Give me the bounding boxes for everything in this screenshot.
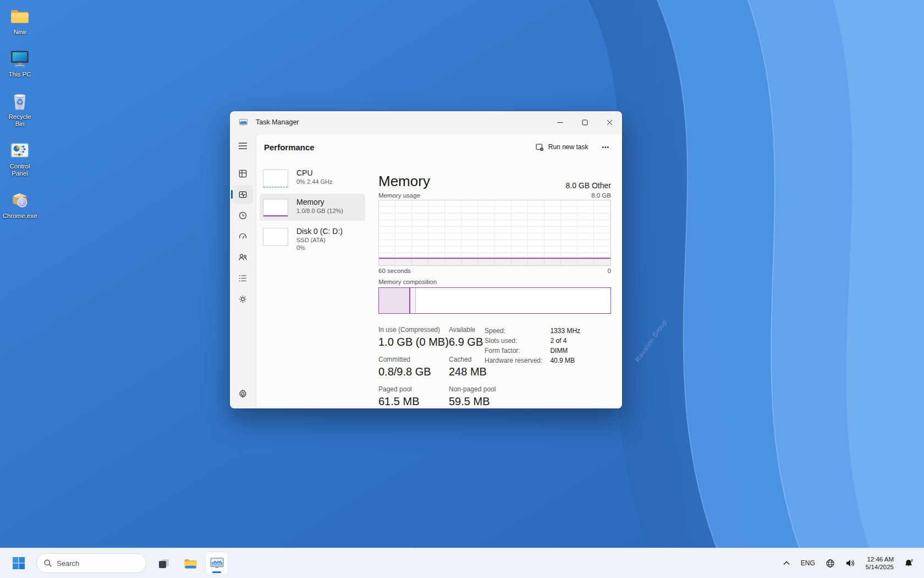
memory-usage-graph — [378, 200, 611, 266]
svg-text:z: z — [911, 558, 914, 562]
stat-non-paged-pool: Non-paged pool 59.5 MB — [449, 385, 521, 408]
notification-bell-icon: z — [904, 558, 915, 568]
settings-button[interactable] — [233, 384, 253, 403]
gear-icon — [238, 389, 248, 399]
monitor-icon — [9, 48, 30, 69]
sidebar-item-processes[interactable] — [233, 164, 253, 183]
performance-list: CPU 0% 2.44 GHz Memory 1.0/8.0 GB (12%) … — [260, 165, 365, 408]
sidebar-item-performance[interactable] — [233, 185, 253, 204]
task-view-icon — [157, 556, 171, 570]
memory-hardware-info: Speed:1333 MHz Slots used:2 of 4 Form fa… — [485, 327, 580, 364]
taskbar-search[interactable] — [36, 553, 146, 573]
stat-paged-pool: Paged pool 61.5 MB — [378, 385, 449, 408]
sidebar-item-users[interactable] — [233, 248, 253, 266]
desktop-icon-label: Chrome.exe — [3, 212, 37, 220]
windows-logo-icon — [12, 556, 26, 570]
window-title: Task Manager — [256, 118, 299, 126]
task-view-button[interactable] — [153, 552, 175, 574]
memory-scale-top: 8.0 GB — [591, 192, 611, 199]
memory-stats: In use (Compressed) 1.0 GB (0 MB) Availa… — [378, 326, 611, 408]
content-card: Performance Run new task ••• — [256, 133, 622, 408]
hamburger-icon — [238, 142, 248, 150]
task-manager-app-icon — [239, 118, 248, 127]
recycle-bin-icon: ♻ — [9, 90, 30, 111]
window-titlebar[interactable]: Task Manager — [230, 111, 622, 133]
globe-icon — [826, 559, 835, 568]
file-explorer-button[interactable] — [179, 552, 201, 574]
users-icon — [238, 252, 248, 263]
task-manager-window: Task Manager — [230, 111, 622, 408]
desktop-icon-label: This PC — [9, 71, 31, 78]
desktop-icon-control-panel[interactable]: Control Panel — [3, 140, 36, 177]
sidebar-item-app-history[interactable] — [233, 206, 253, 225]
chevron-up-icon — [783, 560, 790, 566]
minimize-icon — [557, 119, 563, 126]
volume-button[interactable] — [844, 557, 857, 570]
memory-composition-bar — [378, 287, 611, 314]
services-icon — [238, 294, 248, 304]
memory-capacity: 8.0 GB Other — [566, 181, 611, 190]
close-button[interactable] — [597, 111, 622, 133]
perf-item-name: CPU — [296, 168, 332, 178]
language-indicator[interactable]: ENG — [799, 557, 817, 569]
perf-item-disk[interactable]: Disk 0 (C: D:) SSD (ATA) 0% — [260, 223, 365, 255]
perf-item-detail: 0% 2.44 GHz — [296, 178, 332, 186]
perf-item-cpu[interactable]: CPU 0% 2.44 GHz — [260, 165, 365, 192]
installer-icon — [9, 189, 30, 210]
perf-item-memory[interactable]: Memory 1.0/8.0 GB (12%) — [260, 194, 365, 221]
new-task-icon — [536, 143, 544, 151]
perf-item-name: Memory — [296, 198, 343, 207]
stat-committed: Committed 0.8/9.8 GB — [378, 356, 449, 379]
sidebar-item-services[interactable] — [233, 290, 253, 308]
file-explorer-icon — [183, 556, 198, 571]
more-options-button[interactable]: ••• — [597, 141, 614, 154]
tray-time: 12:46 AM — [866, 555, 894, 563]
memory-composition-label: Memory composition — [378, 279, 611, 285]
system-tray: ENG 12:46 AM 5/14/2025 z — [781, 553, 916, 573]
navigation-rail — [230, 133, 256, 408]
sidebar-item-details[interactable] — [233, 269, 253, 287]
run-new-task-label: Run new task — [548, 143, 588, 151]
desktop-icon-new-folder[interactable]: New — [3, 6, 36, 36]
memory-usage-label: Memory usage — [378, 192, 420, 199]
network-button[interactable] — [824, 557, 837, 570]
more-icon: ••• — [602, 144, 609, 150]
notification-center-button[interactable]: z — [903, 556, 916, 570]
maximize-icon — [582, 119, 588, 126]
desktop-icon-label: Recycle Bin — [3, 113, 36, 128]
disk-graph-thumbnail — [263, 228, 288, 246]
card-header: Performance Run new task ••• — [256, 134, 622, 160]
perf-item-detail2: 0% — [296, 244, 343, 252]
tray-overflow-button[interactable] — [781, 558, 792, 568]
memory-panel-title: Memory — [378, 172, 430, 190]
memory-detail-panel: Memory 8.0 GB Other Memory usage 8.0 GB … — [378, 165, 611, 408]
run-new-task-button[interactable]: Run new task — [530, 139, 594, 155]
composition-inuse-segment — [379, 288, 410, 313]
timeline-left-label: 60 seconds — [378, 268, 411, 274]
desktop-icon-this-pc[interactable]: This PC — [3, 48, 36, 78]
search-icon — [43, 559, 52, 568]
cpu-graph-thumbnail — [263, 170, 288, 188]
desktop-icon-label: New — [13, 29, 26, 36]
start-button[interactable] — [8, 552, 30, 574]
tray-date: 5/14/2025 — [866, 563, 894, 571]
minimize-button[interactable] — [548, 111, 573, 133]
desktop-icon-recycle-bin[interactable]: ♻ Recycle Bin — [3, 90, 36, 128]
taskbar-task-manager-button[interactable] — [206, 552, 228, 574]
speaker-icon — [845, 559, 855, 568]
language-label: ENG — [801, 559, 815, 567]
perf-item-name: Disk 0 (C: D:) — [296, 227, 343, 236]
nav-menu-button[interactable] — [233, 137, 253, 155]
search-input[interactable] — [57, 559, 134, 568]
svg-text:♻: ♻ — [16, 97, 24, 107]
sidebar-item-startup-apps[interactable] — [233, 227, 253, 246]
processes-icon — [238, 168, 248, 179]
maximize-button[interactable] — [573, 111, 597, 133]
app-history-icon — [238, 210, 248, 221]
clock[interactable]: 12:46 AM 5/14/2025 — [864, 553, 895, 573]
details-icon — [238, 273, 248, 283]
folder-icon — [9, 6, 30, 26]
desktop-icon-chrome-exe[interactable]: Chrome.exe — [3, 189, 36, 220]
desktop-icon-label: Control Panel — [3, 163, 36, 177]
composition-modified-segment — [410, 288, 416, 313]
